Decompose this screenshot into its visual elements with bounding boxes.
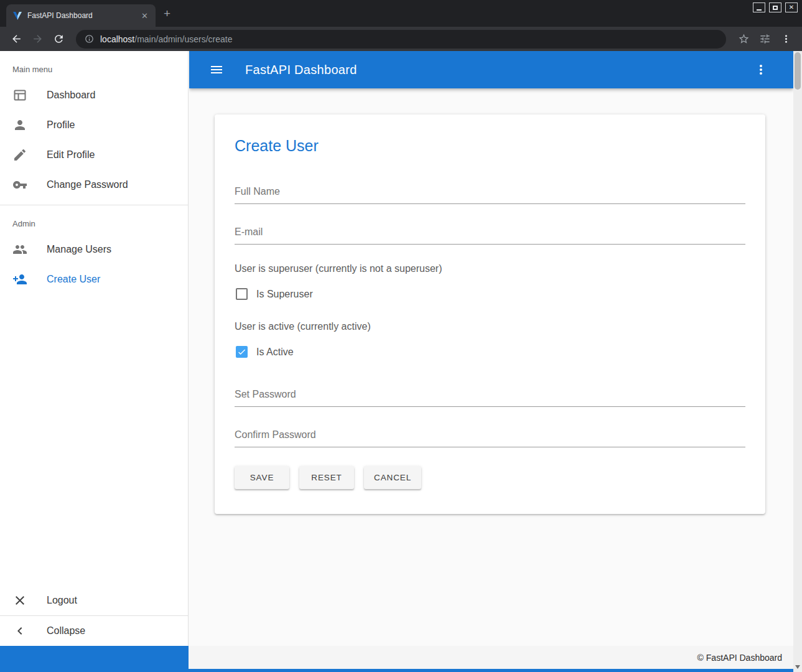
chevron-left-icon <box>12 623 27 638</box>
scrollbar-down-arrow-icon[interactable] <box>795 665 800 669</box>
person-add-icon <box>12 272 27 287</box>
browser-toolbar: localhost/main/admin/users/create <box>0 27 802 51</box>
kebab-menu-icon <box>780 33 792 45</box>
window-controls: ✕ <box>753 2 798 12</box>
active-checkbox-row[interactable]: Is Active <box>236 346 745 358</box>
bookmark-button[interactable] <box>735 30 752 48</box>
sidebar-spacer <box>0 294 188 586</box>
sidebar-item-create-user[interactable]: Create User <box>0 264 188 294</box>
sidebar-item-label: Manage Users <box>47 244 111 255</box>
scrollbar-thumb[interactable] <box>795 52 801 90</box>
site-info-icon[interactable] <box>85 34 94 44</box>
vertical-scrollbar[interactable] <box>793 51 802 672</box>
forward-arrow-icon <box>32 33 44 45</box>
sidebar-section-main-menu: Main menu <box>0 51 188 80</box>
appbar-title: FastAPI Dashboard <box>245 63 750 77</box>
url-path: /main/admin/users/create <box>134 34 232 44</box>
sidebar-item-manage-users[interactable]: Manage Users <box>0 235 188 264</box>
reload-button[interactable] <box>50 30 67 48</box>
sidebar-item-label: Logout <box>47 595 77 606</box>
reload-icon <box>53 33 65 45</box>
people-icon <box>12 242 27 257</box>
copyright-text: © FastAPI Dashboard <box>697 653 782 663</box>
superuser-checkbox-label: Is Superuser <box>256 289 313 300</box>
key-icon <box>12 177 27 192</box>
close-icon <box>12 593 27 608</box>
full-name-input[interactable] <box>235 182 745 204</box>
email-input[interactable] <box>235 223 745 245</box>
confirm-password-field <box>235 426 745 447</box>
create-user-card: Create User User is superuser (currently… <box>215 114 765 514</box>
sidebar-section-admin: Admin <box>0 205 188 235</box>
hamburger-menu-button[interactable] <box>205 58 228 81</box>
kebab-menu-icon <box>753 62 768 77</box>
main-area: FastAPI Dashboard Create User User is su… <box>189 51 793 646</box>
person-icon <box>12 118 27 133</box>
new-tab-button[interactable]: + <box>164 7 170 19</box>
url-text: localhost/main/admin/users/create <box>100 34 232 44</box>
sidebar: Main menu Dashboard Profile Edit Profile… <box>0 51 189 646</box>
window-minimize-button[interactable] <box>753 2 765 12</box>
window-close-button[interactable]: ✕ <box>785 2 798 12</box>
cancel-button[interactable]: CANCEL <box>364 466 421 489</box>
superuser-checkbox-row[interactable]: Is Superuser <box>236 288 745 300</box>
extension-icon <box>759 33 771 45</box>
sidebar-item-label: Dashboard <box>47 90 95 101</box>
sidebar-item-label: Change Password <box>47 179 128 190</box>
vuetify-logo-icon <box>12 11 22 21</box>
sidebar-item-label: Collapse <box>47 625 85 637</box>
browser-tab[interactable]: FastAPI Dashboard ✕ <box>6 4 156 27</box>
back-arrow-icon <box>11 33 22 45</box>
browser-menu-button[interactable] <box>777 30 795 48</box>
sidebar-item-label: Create User <box>47 274 100 285</box>
reset-button[interactable]: RESET <box>299 466 354 489</box>
sidebar-item-logout[interactable]: Logout <box>0 586 188 615</box>
sidebar-item-dashboard[interactable]: Dashboard <box>0 80 188 110</box>
form-actions: SAVE RESET CANCEL <box>235 466 745 489</box>
tab-title: FastAPI Dashboard <box>27 11 135 20</box>
sidebar-item-label: Edit Profile <box>47 149 95 161</box>
app-bar: FastAPI Dashboard <box>189 51 793 88</box>
address-bar[interactable]: localhost/main/admin/users/create <box>76 30 726 49</box>
sidebar-item-change-password[interactable]: Change Password <box>0 170 188 200</box>
window-maximize-button[interactable] <box>769 2 781 12</box>
full-name-field <box>235 182 745 204</box>
page-content: Main menu Dashboard Profile Edit Profile… <box>0 51 802 672</box>
sidebar-item-label: Profile <box>47 119 75 131</box>
app-footer: © FastAPI Dashboard <box>0 646 793 672</box>
active-hint: User is active (currently active) <box>235 321 745 332</box>
sidebar-item-edit-profile[interactable]: Edit Profile <box>0 140 188 170</box>
hamburger-icon <box>209 62 224 77</box>
confirm-password-input[interactable] <box>235 426 745 447</box>
set-password-input[interactable] <box>235 385 745 407</box>
sidebar-item-profile[interactable]: Profile <box>0 110 188 140</box>
superuser-hint: User is superuser (currently is not a su… <box>235 263 745 274</box>
check-icon <box>237 347 246 357</box>
set-password-field <box>235 385 745 407</box>
save-button[interactable]: SAVE <box>235 466 289 489</box>
star-icon <box>738 33 750 45</box>
page-title: Create User <box>235 137 745 155</box>
tab-close-icon[interactable]: ✕ <box>140 11 149 21</box>
url-host: localhost <box>100 34 134 44</box>
forward-button[interactable] <box>29 30 46 48</box>
extension-button[interactable] <box>756 30 773 48</box>
email-field <box>235 223 745 245</box>
active-checkbox[interactable] <box>236 346 248 358</box>
footer-bar: © FastAPI Dashboard <box>189 646 793 669</box>
pencil-icon <box>12 147 27 162</box>
dashboard-icon <box>12 88 27 103</box>
sidebar-item-collapse[interactable]: Collapse <box>0 616 188 646</box>
active-checkbox-label: Is Active <box>256 347 294 358</box>
superuser-checkbox[interactable] <box>236 288 248 300</box>
appbar-menu-button[interactable] <box>750 58 772 81</box>
back-button[interactable] <box>7 30 25 48</box>
browser-titlebar: FastAPI Dashboard ✕ + ✕ <box>0 0 802 27</box>
